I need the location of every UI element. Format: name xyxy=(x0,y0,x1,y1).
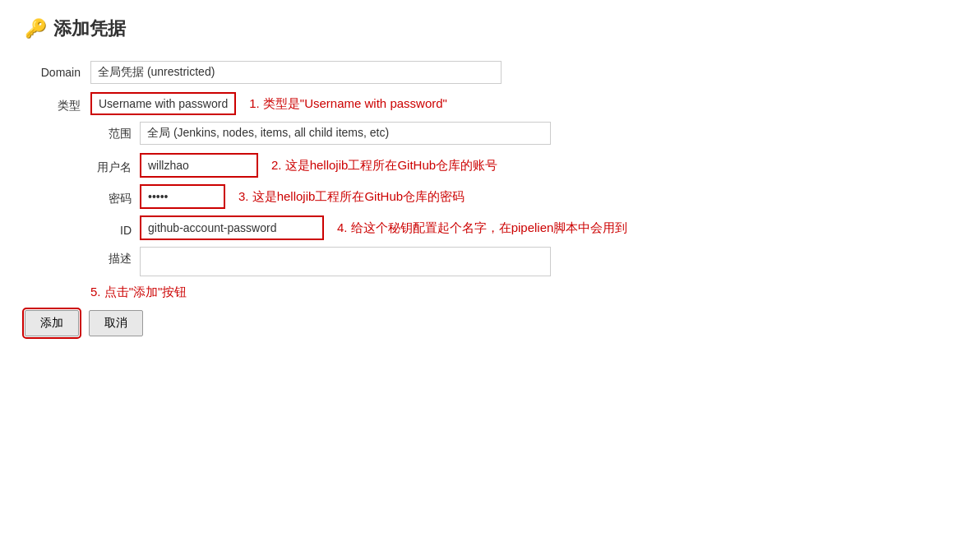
domain-row: Domain xyxy=(25,61,955,84)
page-title-text: 添加凭据 xyxy=(53,16,126,41)
id-row: ID 4. 给这个秘钥配置起个名字，在pipelien脚本中会用到 xyxy=(90,215,955,240)
scope-label: 范围 xyxy=(90,122,140,141)
id-annotation: 4. 给这个秘钥配置起个名字，在pipelien脚本中会用到 xyxy=(337,220,627,236)
button-row: 添加 取消 xyxy=(25,310,955,336)
sub-form: 范围 用户名 2. 这是hellojib工程所在GitHub仓库的账号 密码 3… xyxy=(90,122,955,276)
username-input[interactable] xyxy=(141,155,257,176)
username-label: 用户名 xyxy=(90,155,140,175)
domain-input[interactable] xyxy=(90,61,502,84)
step-5-annotation: 5. 点击"添加"按钮 xyxy=(90,285,955,300)
type-value: Username with password xyxy=(99,97,228,110)
type-selector[interactable]: Username with password xyxy=(90,92,236,115)
username-row: 用户名 2. 这是hellojib工程所在GitHub仓库的账号 xyxy=(90,153,955,178)
add-credential-page: 🔑 添加凭据 Domain 类型 Username with password … xyxy=(0,0,980,542)
add-button[interactable]: 添加 xyxy=(25,310,79,336)
id-box xyxy=(140,215,324,240)
cancel-button[interactable]: 取消 xyxy=(89,310,143,336)
type-label: 类型 xyxy=(25,94,90,113)
type-row: 类型 Username with password 1. 类型是"Usernam… xyxy=(25,92,955,115)
type-annotation: 1. 类型是"Username with password" xyxy=(249,96,447,112)
username-annotation: 2. 这是hellojib工程所在GitHub仓库的账号 xyxy=(271,158,497,174)
password-annotation: 3. 这是hellojib工程所在GitHub仓库的密码 xyxy=(238,189,465,205)
description-label: 描述 xyxy=(90,247,140,266)
password-input[interactable] xyxy=(141,186,224,207)
page-title: 🔑 添加凭据 xyxy=(25,16,955,41)
password-label: 密码 xyxy=(90,187,140,206)
username-box xyxy=(140,153,258,178)
password-row: 密码 3. 这是hellojib工程所在GitHub仓库的密码 xyxy=(90,184,955,209)
domain-label: Domain xyxy=(25,66,90,79)
description-row: 描述 xyxy=(90,247,955,276)
scope-input[interactable] xyxy=(140,122,551,145)
description-input[interactable] xyxy=(140,247,551,276)
scope-row: 范围 xyxy=(90,122,955,145)
id-input[interactable] xyxy=(141,217,322,239)
password-box xyxy=(140,184,225,209)
id-label: ID xyxy=(90,219,140,237)
key-icon: 🔑 xyxy=(25,18,47,39)
